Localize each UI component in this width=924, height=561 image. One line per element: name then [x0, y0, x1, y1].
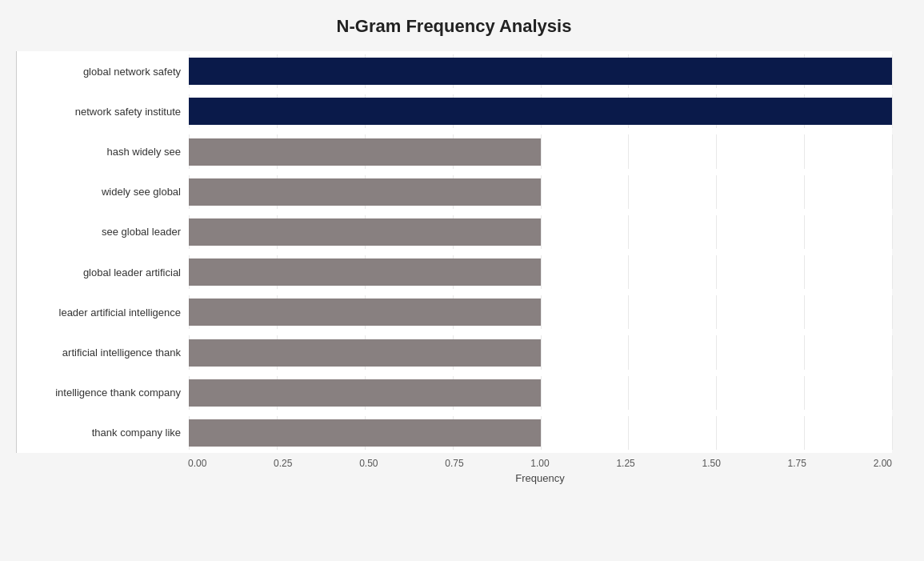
bar-wrapper — [189, 376, 892, 410]
bar-label: global network safety — [17, 66, 189, 78]
bar-fill — [189, 138, 541, 166]
x-tick-label: 0.00 — [188, 458, 206, 469]
bar-wrapper — [189, 175, 892, 209]
x-axis-title: Frequency — [188, 472, 892, 484]
bar-label: network safety institute — [17, 106, 189, 118]
x-tick-label: 0.50 — [359, 458, 378, 469]
bar-row: global leader artificial — [17, 252, 892, 292]
bar-row: see global leader — [17, 212, 892, 252]
bar-label: intelligence thank company — [17, 387, 189, 399]
bars-section: global network safetynetwork safety inst… — [16, 51, 892, 453]
bar-row: hash widely see — [17, 131, 892, 171]
bar-fill — [189, 339, 541, 367]
bar-label: see global leader — [17, 226, 189, 238]
x-tick-label: 0.25 — [274, 458, 292, 469]
bar-label: artificial intelligence thank — [17, 347, 189, 359]
bar-label: thank company like — [17, 427, 189, 439]
bar-fill — [189, 218, 541, 246]
bar-row: widely see global — [17, 172, 892, 212]
bar-label: global leader artificial — [17, 266, 189, 278]
x-tick-label: 1.25 — [616, 458, 634, 469]
bar-fill — [189, 419, 541, 447]
bar-row: network safety institute — [17, 91, 892, 131]
bar-wrapper — [189, 54, 892, 88]
bar-row: thank company like — [17, 413, 892, 453]
bar-row: intelligence thank company — [17, 373, 892, 413]
bar-fill — [189, 178, 541, 206]
x-tick-label: 1.75 — [788, 458, 806, 469]
bar-wrapper — [189, 295, 892, 329]
bar-fill — [189, 379, 541, 407]
bar-fill — [189, 299, 541, 326]
bar-wrapper — [189, 134, 892, 168]
bar-fill — [189, 258, 541, 286]
bar-fill — [189, 98, 892, 125]
bar-row: global network safety — [17, 51, 892, 91]
bar-wrapper — [189, 255, 892, 289]
x-tick-label: 2.00 — [874, 458, 892, 469]
bar-wrapper — [189, 335, 892, 369]
x-axis: 0.000.250.500.751.001.251.501.752.00 — [188, 458, 892, 469]
bar-row: leader artificial intelligence — [17, 292, 892, 332]
bar-wrapper — [189, 416, 892, 450]
bar-label: widely see global — [17, 186, 189, 198]
bar-row: artificial intelligence thank — [17, 332, 892, 372]
bar-fill — [189, 58, 892, 85]
x-tick-label: 1.00 — [530, 458, 549, 469]
bar-label: hash widely see — [17, 146, 189, 158]
x-tick-label: 1.50 — [702, 458, 720, 469]
bar-wrapper — [189, 215, 892, 249]
bar-label: leader artificial intelligence — [17, 307, 189, 319]
chart-container: N-Gram Frequency Analysis global network… — [0, 0, 924, 561]
chart-title: N-Gram Frequency Analysis — [16, 16, 892, 37]
bar-wrapper — [189, 94, 892, 128]
x-tick-label: 0.75 — [445, 458, 463, 469]
chart-area: global network safetynetwork safety inst… — [16, 51, 892, 484]
